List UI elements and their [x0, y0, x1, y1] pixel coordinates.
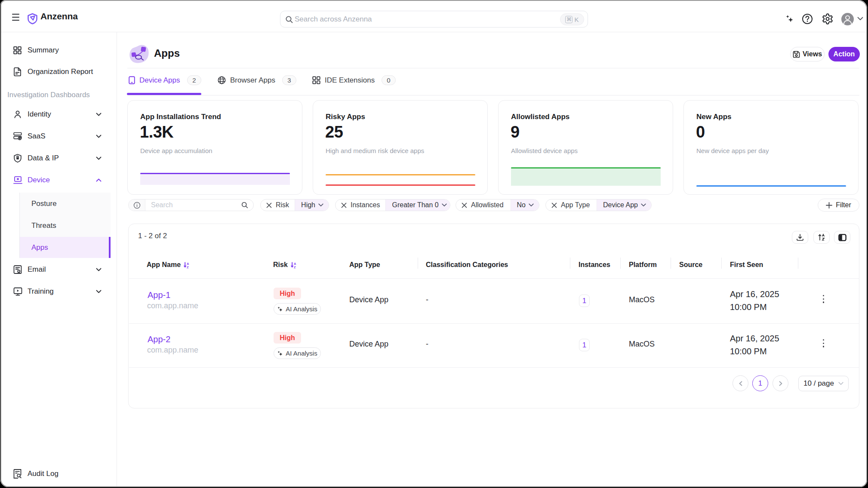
- svg-text:Z: Z: [294, 265, 296, 269]
- svg-text:Z: Z: [187, 265, 189, 269]
